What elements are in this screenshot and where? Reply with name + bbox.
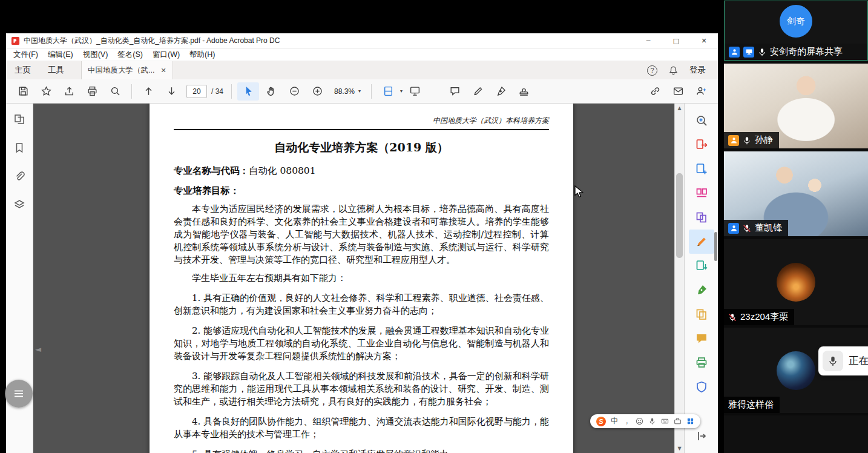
major-code-label: 专业名称与代码： [174,165,249,176]
menu-edit[interactable]: 编辑(E) [48,50,73,60]
participant-tile-screen-share[interactable]: 剑奇 安剑奇的屏幕共享 [724,1,868,61]
link-tool-icon[interactable] [644,82,666,101]
ime-toolbar[interactable]: S 中 ， [590,414,700,428]
protect-tool[interactable] [689,375,714,399]
participant-tile[interactable]: 23z204李栗 [724,239,868,325]
bookmarks-icon[interactable] [13,142,25,154]
print-production-tool[interactable] [689,351,714,375]
tab-tools[interactable]: 工具 [39,61,73,79]
organize-pages-tool[interactable] [689,181,714,205]
page-thumbnails-icon[interactable] [13,113,25,125]
favorites-star-icon[interactable] [35,82,57,101]
ime-grid-icon[interactable] [686,417,694,425]
mouse-cursor [574,185,586,199]
ime-punctuation-icon[interactable]: ， [623,416,631,426]
participant-name-bar: 23z204李栗 [724,309,794,325]
tab-close-icon[interactable]: ✕ [160,67,166,74]
toolbar-divider [371,84,372,99]
page-number-input[interactable]: 20 [186,85,207,98]
chevron-down-icon[interactable]: ▾ [400,88,403,94]
scroll-down-arrow[interactable]: ▼ [675,446,684,451]
maximize-button[interactable]: □ [662,33,690,48]
next-page-button[interactable] [160,82,182,101]
ime-emoji-icon[interactable] [636,417,643,425]
save-button[interactable] [12,82,34,101]
previous-page-arrow[interactable]: ◄ [35,345,41,354]
marquee-zoom-tool[interactable] [689,108,714,133]
hand-tool-button[interactable] [260,82,282,101]
notifications-bell-icon[interactable] [668,65,679,76]
tab-document[interactable]: 中国地质大学（武... ✕ [81,61,173,79]
presentation-mode-button[interactable] [404,82,426,101]
sogou-logo-icon[interactable]: S [596,417,606,426]
scrollbar-thumb[interactable] [676,173,683,258]
participant-name-bar: 雅得这样俗 [724,397,780,413]
fill-sign-tool[interactable] [689,278,714,302]
minimize-button[interactable]: ─ [634,33,662,48]
previous-page-button[interactable] [137,82,159,101]
speaking-indicator-label: 正在讲 [849,354,868,368]
combine-files-tool[interactable] [689,205,714,230]
participant-name-bar: 安剑奇的屏幕共享 [725,44,867,60]
zoom-out-button[interactable] [283,82,305,101]
participant-name: 安剑奇的屏幕共享 [770,46,843,58]
close-button[interactable]: ✕ [690,33,718,48]
document-title: 自动化专业培养方案（2019 版） [174,140,549,156]
zoom-level-dropdown[interactable]: 88.3% ▾ [329,83,366,100]
search-icon[interactable] [104,82,126,101]
menu-view[interactable]: 视图(V) [83,50,108,60]
document-viewport[interactable]: 中国地质大学（武汉）本科培养方案 自动化专业培养方案（2019 版） 专业名称与… [33,104,674,453]
tools-scrollbar-thumb[interactable] [714,232,717,261]
member-list-button[interactable] [5,380,33,408]
participant-name: 23z204李栗 [740,311,788,323]
comment-tool[interactable] [689,326,714,351]
participant-tile-partial[interactable] [724,415,868,453]
participant-role-icon [728,135,739,146]
participant-avatar [777,351,815,390]
tab-home[interactable]: 主页 [6,61,39,79]
goal-heading: 专业培养目标： [174,184,549,197]
screen-share-icon [743,47,754,58]
zoom-level-value: 88.3% [334,87,355,96]
avatar-initials: 剑奇 [787,16,805,27]
duplicate-pages-tool[interactable] [689,302,714,326]
email-icon[interactable] [667,82,689,101]
edit-pdf-tool[interactable] [689,230,714,254]
paragraph: 学生毕业五年左右预期具有如下能力： [174,272,549,285]
vertical-scrollbar[interactable]: ▲ ▼ [674,104,684,453]
attachments-icon[interactable] [13,170,25,182]
help-icon[interactable]: ? [647,65,657,76]
participant-tile[interactable]: 孙静 [724,64,868,148]
participant-name-bar: 孙静 [724,132,779,148]
speaking-mic-icon [823,351,843,371]
layers-icon[interactable] [13,199,25,211]
zoom-in-button[interactable] [306,82,328,101]
menu-window[interactable]: 窗口(W) [153,50,180,60]
share-icon[interactable] [58,82,80,101]
participant-name: 雅得这样俗 [728,399,774,411]
page-display-dropdown[interactable] [377,82,399,101]
pdf-file-icon [11,36,20,45]
menu-sign[interactable]: 签名(S) [117,50,143,60]
sign-in-link[interactable]: 登录 [689,65,706,76]
tab-document-label: 中国地质大学（武... [88,65,154,76]
participant-tile[interactable]: 董凯锋 [724,151,868,236]
sign-tool-button[interactable] [490,82,511,101]
stamp-tool-button[interactable] [513,82,534,101]
comment-tool-button[interactable] [444,82,465,101]
scroll-up-arrow[interactable]: ▲ [675,105,684,111]
export-tool[interactable] [689,254,714,278]
invite-person-icon[interactable] [690,82,712,101]
ime-keyboard-icon[interactable] [661,417,669,425]
export-pdf-tool[interactable] [689,133,714,157]
highlight-tool-button[interactable] [467,82,488,101]
select-tool-button[interactable] [237,82,259,101]
create-pdf-tool[interactable] [689,157,714,181]
ime-voice-mic-icon[interactable] [648,417,656,425]
menu-file[interactable]: 文件(F) [13,50,38,60]
participant-role-icon [729,47,740,58]
print-button[interactable] [81,82,103,101]
ime-toolbox-icon[interactable] [674,417,682,425]
ime-language-mode[interactable]: 中 [611,416,619,426]
menu-help[interactable]: 帮助(H) [189,50,215,60]
